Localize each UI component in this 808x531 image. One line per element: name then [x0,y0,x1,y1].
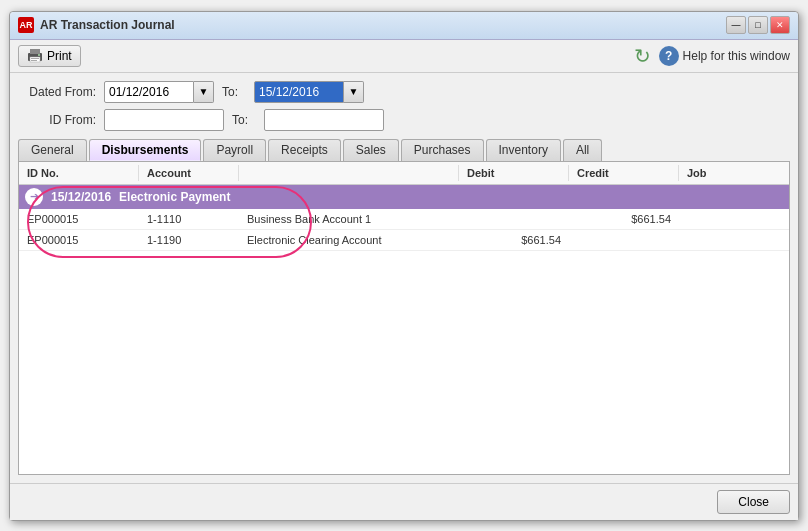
cell-job-1 [679,211,779,227]
id-to-label: To: [232,113,256,127]
printer-icon [27,49,43,63]
tab-purchases[interactable]: Purchases [401,139,484,161]
svg-rect-1 [30,49,40,54]
col-header-id: ID No. [19,165,139,181]
help-label: Help for this window [683,49,790,63]
date-row: Dated From: ▼ To: ▼ [26,81,782,103]
refresh-icon[interactable]: ↻ [634,44,651,68]
to-label-date: To: [222,85,246,99]
col-header-credit: Credit [569,165,679,181]
col-header-debit: Debit [459,165,569,181]
title-bar: AR AR Transaction Journal — □ ✕ [10,12,798,40]
group-date: 15/12/2016 [51,190,111,204]
cell-credit-2 [569,232,679,248]
group-type: Electronic Payment [119,190,230,204]
dated-to-field: ▼ [254,81,364,103]
cell-credit-1: $661.54 [569,211,679,227]
table-row[interactable]: EP000015 1-1190 Electronic Clearing Acco… [19,230,789,251]
dated-from-input[interactable] [104,81,194,103]
cell-account-name-1: Business Bank Account 1 [239,211,459,227]
id-from-input[interactable] [104,109,224,131]
help-icon: ? [659,46,679,66]
svg-point-5 [38,54,40,56]
tab-all[interactable]: All [563,139,602,161]
window-title: AR Transaction Journal [40,18,726,32]
toolbar-right: ↻ ? Help for this window [634,44,790,68]
print-label: Print [47,49,72,63]
svg-rect-2 [30,57,40,62]
filter-form: Dated From: ▼ To: ▼ ID From: To: [10,73,798,139]
content-area: ID No. Account Debit Credit Job ➔ 15/12/… [18,161,790,475]
tab-disbursements[interactable]: Disbursements [89,139,202,161]
cell-account-no-2: 1-1190 [139,232,239,248]
id-from-label: ID From: [26,113,96,127]
tab-bar: General Disbursements Payroll Receipts S… [18,139,790,161]
group-row-electronic-payment[interactable]: ➔ 15/12/2016 Electronic Payment [19,185,789,209]
tabs-area: General Disbursements Payroll Receipts S… [10,139,798,161]
col-header-account: Account [139,165,239,181]
window-controls: — □ ✕ [726,16,790,34]
tab-payroll[interactable]: Payroll [203,139,266,161]
minimize-button[interactable]: — [726,16,746,34]
cell-id-1: EP000015 [19,211,139,227]
id-row: ID From: To: [26,109,782,131]
id-to-input[interactable] [264,109,384,131]
dated-from-label: Dated From: [26,85,96,99]
tab-receipts[interactable]: Receipts [268,139,341,161]
bottom-bar: Close [10,483,798,520]
dated-from-field: ▼ [104,81,214,103]
toolbar: Print ↻ ? Help for this window [10,40,798,73]
svg-rect-4 [31,60,37,61]
cell-id-2: EP000015 [19,232,139,248]
tab-general[interactable]: General [18,139,87,161]
group-expand-icon[interactable]: ➔ [25,188,43,206]
window-close-button[interactable]: ✕ [770,16,790,34]
cell-account-no-1: 1-1110 [139,211,239,227]
app-icon: AR [18,17,34,33]
main-window: AR AR Transaction Journal — □ ✕ Print ↻ … [9,11,799,521]
col-header-account-name [239,165,459,181]
tab-inventory[interactable]: Inventory [486,139,561,161]
dated-to-calendar-button[interactable]: ▼ [344,81,364,103]
table-header: ID No. Account Debit Credit Job [19,162,789,185]
close-button[interactable]: Close [717,490,790,514]
tab-sales[interactable]: Sales [343,139,399,161]
dated-from-calendar-button[interactable]: ▼ [194,81,214,103]
cell-account-name-2: Electronic Clearing Account [239,232,459,248]
cell-job-2 [679,232,779,248]
cell-debit-1 [459,211,569,227]
svg-rect-3 [31,58,39,59]
table-row[interactable]: EP000015 1-1110 Business Bank Account 1 … [19,209,789,230]
col-header-job: Job [679,165,779,181]
maximize-button[interactable]: □ [748,16,768,34]
help-button[interactable]: ? Help for this window [659,46,790,66]
dated-to-input[interactable] [254,81,344,103]
print-button[interactable]: Print [18,45,81,67]
cell-debit-2: $661.54 [459,232,569,248]
